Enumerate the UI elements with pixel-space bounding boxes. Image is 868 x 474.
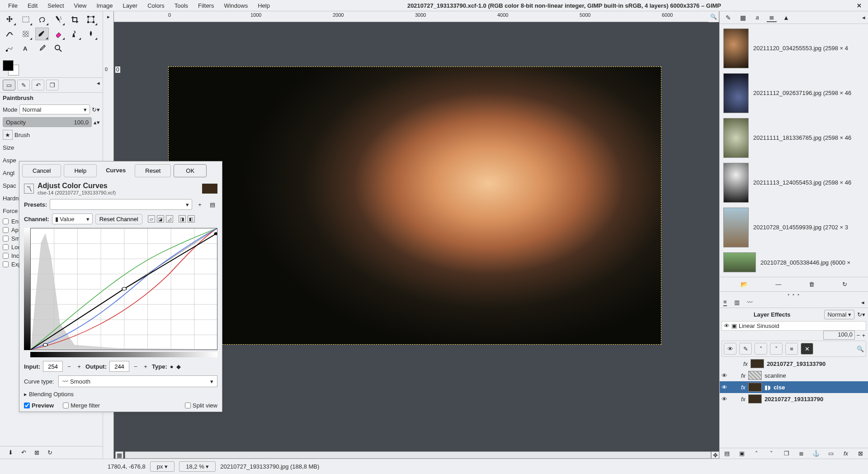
eye-icon[interactable]: 👁: [722, 384, 727, 391]
curve-type-select[interactable]: 〰 Smooth▾: [58, 375, 217, 387]
delete-options-icon[interactable]: ⊠: [34, 449, 39, 456]
expand-layers-check[interactable]: [3, 261, 9, 267]
rect-select-tool-icon[interactable]: [19, 13, 33, 26]
mode-select[interactable]: Normal▾: [19, 104, 90, 114]
images-icon[interactable]: ❐: [46, 80, 59, 90]
layer-row[interactable]: 👁fxscanline: [720, 370, 868, 381]
perceptual-hist-icon[interactable]: ◪: [157, 215, 164, 223]
bucket-fill-tool-icon[interactable]: [19, 28, 33, 40]
list-item[interactable]: 20211111_181336785.jpg (2598 × 46: [722, 115, 866, 160]
new-group-icon[interactable]: ▣: [737, 450, 746, 457]
menu-view[interactable]: View: [70, 1, 91, 10]
layer-row[interactable]: 👁fx20210727_193133790: [720, 393, 868, 405]
duplicate-layer-icon[interactable]: ❐: [782, 450, 791, 457]
point-corner-icon[interactable]: ◆: [176, 363, 181, 370]
clear-icon[interactable]: 🗑: [809, 281, 815, 288]
menu-file[interactable]: File: [4, 1, 22, 10]
cancel-button[interactable]: Cancel: [22, 164, 61, 177]
input-value[interactable]: [43, 361, 63, 372]
brushes-tab-icon[interactable]: ✎: [723, 13, 733, 22]
preview-check[interactable]: [24, 403, 30, 408]
list-item[interactable]: 20210728_014559939.jpg (2702 × 3: [722, 205, 866, 250]
output-value[interactable]: [109, 361, 129, 372]
merge-filter-check[interactable]: [63, 403, 69, 408]
ok-button[interactable]: OK: [174, 164, 207, 177]
refresh-icon[interactable]: ↻: [842, 281, 847, 288]
smooth-stroke-check[interactable]: [3, 236, 9, 242]
zoom-tool-icon[interactable]: [52, 42, 65, 55]
output-inc-icon[interactable]: +: [142, 361, 149, 372]
output-dec-icon[interactable]: −: [132, 361, 139, 372]
clone-tool-icon[interactable]: [68, 28, 81, 40]
color-picker-tool-icon[interactable]: [35, 42, 49, 55]
menu-windows[interactable]: Windows: [219, 1, 252, 10]
preset-menu-icon[interactable]: ▤: [208, 199, 217, 209]
lock-brush-check[interactable]: [3, 244, 9, 250]
menu-edit[interactable]: Edit: [23, 1, 42, 10]
paintbrush-tool-icon[interactable]: [35, 28, 49, 40]
mode-reset-icon[interactable]: ↻▾: [92, 106, 100, 113]
input-dec-icon[interactable]: −: [66, 361, 73, 372]
reset-options-icon[interactable]: ↻: [47, 449, 52, 456]
fuzzy-select-tool-icon[interactable]: [52, 13, 65, 26]
incremental-check[interactable]: [3, 253, 9, 259]
menu-layer[interactable]: Layer: [118, 1, 142, 10]
brush-preview-icon[interactable]: ★: [3, 130, 13, 140]
channels-tab-icon[interactable]: ▥: [734, 299, 740, 306]
eye-icon[interactable]: 👁: [722, 396, 727, 403]
delete-fx-icon[interactable]: ✕: [801, 343, 813, 355]
quickmask-icon[interactable]: ▦: [115, 451, 123, 459]
reset-button[interactable]: Reset: [135, 164, 171, 177]
curves-tab[interactable]: Curves: [99, 164, 132, 177]
document-history-tab-icon[interactable]: ≣: [767, 13, 777, 22]
minus-icon[interactable]: −: [857, 332, 860, 339]
unit-select[interactable]: px ▾: [150, 461, 175, 472]
pointer-tab-icon[interactable]: ▲: [781, 13, 791, 22]
edit-fx-icon[interactable]: ✎: [739, 343, 752, 355]
split-view-check[interactable]: [185, 403, 191, 408]
path-tool-icon[interactable]: [3, 42, 16, 55]
move-tool-icon[interactable]: [3, 13, 16, 26]
menu-filters[interactable]: Filters: [193, 1, 218, 10]
save-options-icon[interactable]: ⬇: [8, 449, 13, 456]
eraser-tool-icon[interactable]: [52, 28, 65, 40]
reset-channel-button[interactable]: Reset Channel: [95, 214, 142, 224]
device-tab-icon[interactable]: ▭: [3, 80, 15, 90]
add-preset-icon[interactable]: +: [195, 199, 205, 209]
remove-icon[interactable]: —: [775, 281, 781, 288]
menu-colors[interactable]: Colors: [143, 1, 169, 10]
move-down-icon[interactable]: ˅: [770, 343, 783, 355]
merge-fx-icon[interactable]: ≡: [785, 343, 798, 355]
merge-down-icon[interactable]: ≣: [797, 450, 806, 457]
layers-tab-icon[interactable]: ≡: [723, 299, 727, 306]
move-up-icon[interactable]: ˄: [755, 343, 767, 355]
crop-tool-icon[interactable]: [68, 13, 81, 26]
blending-options-expander[interactable]: ▸ Blending Options: [19, 389, 222, 399]
layer-row[interactable]: fx20210727_193133790: [720, 358, 868, 370]
eye-icon[interactable]: 👁: [722, 372, 727, 379]
fx-icon[interactable]: fx: [841, 450, 850, 457]
point-smooth-icon[interactable]: ●: [170, 363, 174, 370]
presets-select[interactable]: ▾: [50, 199, 192, 210]
fonts-tab-icon[interactable]: a: [752, 13, 762, 22]
layer-opacity[interactable]: 100,0: [823, 331, 855, 340]
paths-tab-icon[interactable]: 〰: [747, 299, 753, 306]
detach-icon[interactable]: ◂: [97, 80, 100, 90]
fg-color[interactable]: [3, 60, 14, 71]
navigate-icon[interactable]: ✥: [711, 451, 719, 459]
list-item[interactable]: 20211113_124055453.jpg (2598 × 46: [722, 160, 866, 205]
open-icon[interactable]: 📂: [741, 281, 748, 288]
transform-tool-icon[interactable]: [84, 13, 98, 26]
zoom-select[interactable]: 18,2 % ▾: [179, 461, 216, 472]
close-icon[interactable]: ✕: [854, 2, 864, 9]
menu-select[interactable]: Select: [43, 1, 68, 10]
input-bw-icon[interactable]: ◨: [179, 215, 186, 223]
image-canvas[interactable]: [168, 66, 661, 345]
eye-toggle-icon[interactable]: 👁: [724, 343, 736, 355]
lower-layer-icon[interactable]: ˅: [767, 450, 776, 457]
delete-layer-icon[interactable]: ⊠: [856, 450, 865, 457]
raise-layer-icon[interactable]: ˄: [752, 450, 761, 457]
detach-panel-icon[interactable]: ◂: [862, 14, 865, 21]
menu-image[interactable]: Image: [92, 1, 117, 10]
list-item[interactable]: 20211112_092637196.jpg (2598 × 46: [722, 71, 866, 115]
